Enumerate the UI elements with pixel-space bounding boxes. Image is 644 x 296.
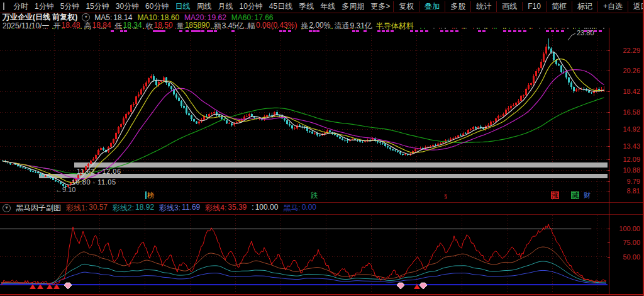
indicator-value-3: 彩线3:11.69 bbox=[159, 203, 200, 213]
tool-button-4[interactable]: 统计 bbox=[470, 1, 496, 12]
high-price-annotation: 23.80 bbox=[577, 29, 594, 37]
support-band-label-2: 10.80 - 11.05 bbox=[72, 178, 116, 186]
indicator-value-number: 0.00 bbox=[302, 203, 316, 213]
event-marker-1[interactable]: 榜 bbox=[145, 191, 154, 199]
period-tab-14[interactable]: 多周期 bbox=[338, 1, 367, 12]
event-marker-4[interactable]: 涨 bbox=[551, 191, 559, 199]
indicator-value-label: : bbox=[252, 203, 253, 213]
period-tab-11[interactable]: 45日线 bbox=[266, 1, 296, 12]
period-tab-bar: 分时1分钟5分钟15分钟30分钟60分钟日线周线月线10分钟45日线季线年线多周… bbox=[10, 1, 393, 12]
indicator-value-2: 彩线2:18.92 bbox=[113, 203, 154, 213]
candlestick-chart[interactable] bbox=[0, 28, 610, 203]
indicator-axis-label-3: 50.00 bbox=[611, 253, 640, 261]
indicator-value-1: 彩线1:30.57 bbox=[66, 203, 108, 213]
indicator-chevron-icon[interactable]: ▾ bbox=[3, 204, 11, 212]
period-tab-6[interactable]: 60分钟 bbox=[142, 1, 172, 12]
indicator-chart[interactable] bbox=[0, 214, 610, 293]
period-tab-12[interactable]: 季线 bbox=[296, 1, 317, 12]
indicator-value-number: 30.57 bbox=[89, 203, 108, 213]
tool-button-bar: 复权叠加多股统计画线F10简框标记+自选返回 bbox=[393, 1, 644, 12]
indicator-value-5: :100.00 bbox=[252, 203, 278, 213]
indicator-value-label: 彩线1: bbox=[66, 203, 87, 213]
price-axis-label-5: 14.92 bbox=[611, 125, 640, 133]
indicator-value-number: 35.39 bbox=[228, 203, 247, 213]
tool-button-10[interactable]: 返回 bbox=[628, 1, 644, 12]
price-axis-label-3: 18.42 bbox=[611, 88, 640, 95]
period-tab-8[interactable]: 周线 bbox=[193, 1, 214, 12]
tool-button-2[interactable]: 叠加 bbox=[419, 1, 445, 12]
event-marker-5[interactable]: 减 bbox=[571, 191, 579, 199]
period-tab-5[interactable]: 30分钟 bbox=[113, 1, 142, 12]
low-price-annotation: ←9.10 bbox=[55, 186, 75, 193]
period-tab-4[interactable]: 15分钟 bbox=[82, 1, 112, 12]
indicator-value-number: 100.00 bbox=[255, 203, 279, 213]
price-axis-label-1: 22.29 bbox=[611, 47, 640, 54]
indicator-value-number: 11.69 bbox=[182, 203, 200, 213]
indicator-value-label: 彩线3: bbox=[159, 203, 180, 213]
trading-app-window: 分时1分钟5分钟15分钟30分钟60分钟日线周线月线10分钟45日线季线年线多周… bbox=[0, 0, 644, 296]
price-axis-label-8: 10.88 bbox=[611, 166, 640, 174]
price-axis-label-7: 12.09 bbox=[611, 156, 640, 163]
event-marker-2[interactable]: 跌 bbox=[311, 191, 318, 199]
price-axis-label-4: 16.58 bbox=[611, 108, 640, 116]
indicator-value-6: 黑马:0.00 bbox=[283, 203, 316, 213]
period-tab-10[interactable]: 10分钟 bbox=[236, 1, 265, 12]
top-toolbar: 分时1分钟5分钟15分钟30分钟60分钟日线周线月线10分钟45日线季线年线多周… bbox=[0, 0, 643, 13]
support-band-label-1: 11.62 - 12.06 bbox=[77, 168, 121, 175]
period-tab-3[interactable]: 5分钟 bbox=[57, 1, 83, 12]
tool-button-5[interactable]: 画线 bbox=[496, 1, 522, 12]
indicator-axis-label-2: 75.00 bbox=[611, 239, 640, 246]
window-bottom-border bbox=[0, 294, 644, 295]
indicator-value-label: 彩线4: bbox=[205, 203, 226, 213]
period-tab-9[interactable]: 月线 bbox=[214, 1, 236, 12]
event-marker-6[interactable]: 财 bbox=[584, 191, 591, 199]
indicator-value-number: 18.92 bbox=[135, 203, 154, 213]
event-marker-3[interactable]: § bbox=[444, 193, 447, 200]
indicator-value-label: 彩线2: bbox=[113, 203, 134, 213]
period-tab-13[interactable]: 年线 bbox=[317, 1, 338, 12]
tool-button-3[interactable]: 多股 bbox=[445, 1, 470, 12]
period-tab-7[interactable]: 日线 bbox=[172, 1, 193, 12]
tool-button-7[interactable]: 简框 bbox=[546, 1, 572, 12]
tool-button-9[interactable]: +自选 bbox=[597, 1, 628, 12]
tool-button-1[interactable]: 复权 bbox=[393, 1, 419, 12]
window-icon[interactable] bbox=[3, 3, 4, 10]
period-tab-2[interactable]: 1分钟 bbox=[31, 1, 57, 12]
price-axis-label-6: 13.43 bbox=[611, 142, 640, 150]
period-tab-1[interactable]: 分时 bbox=[10, 1, 31, 12]
price-axis-label-9: 9.79 bbox=[611, 178, 640, 185]
indicator-header: ▾ 黑马因子副图 彩线1:30.57彩线2:18.92彩线3:11.69彩线4:… bbox=[3, 203, 316, 213]
indicator-values: 彩线1:30.57彩线2:18.92彩线3:11.69彩线4:35.39:100… bbox=[66, 203, 316, 213]
axis-separator bbox=[609, 28, 609, 294]
indicator-value-4: 彩线4:35.39 bbox=[205, 203, 247, 213]
indicator-title: 黑马因子副图 bbox=[16, 203, 61, 213]
period-tab-15[interactable]: 更多> bbox=[367, 1, 393, 12]
indicator-axis-label-1: 100.00 bbox=[611, 225, 640, 232]
tool-button-8[interactable]: 标记 bbox=[572, 1, 597, 12]
price-axis-label-10: 8.81 bbox=[611, 187, 640, 195]
tool-button-6[interactable]: F10 bbox=[522, 2, 546, 11]
indicator-value-label: 黑马: bbox=[283, 203, 300, 213]
price-axis-label-2: 20.26 bbox=[611, 67, 640, 74]
